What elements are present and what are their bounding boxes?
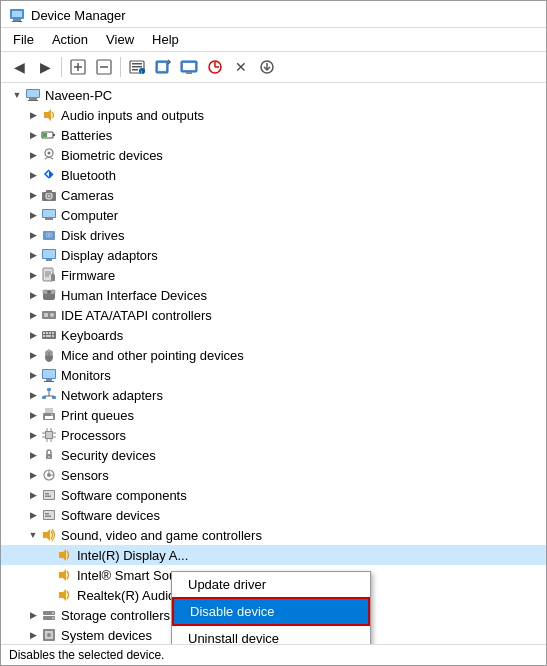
device-tree[interactable]: ▼ Naveen-PC ▶ Audio inputs and outpu: [1, 83, 546, 644]
svg-rect-111: [45, 516, 51, 518]
svg-marker-52: [51, 275, 55, 281]
svg-rect-106: [45, 493, 49, 495]
download-button[interactable]: [255, 55, 279, 79]
svg-rect-85: [45, 416, 53, 419]
expand-arrow: ▶: [25, 467, 41, 483]
expand-arrow: ▶: [25, 307, 41, 323]
display-icon: [41, 247, 57, 263]
list-item[interactable]: ▶ Print queues: [1, 405, 546, 425]
svg-rect-41: [45, 218, 53, 220]
software-dev-icon: [41, 507, 57, 523]
sound-child-icon2: [57, 567, 73, 583]
context-disable-device[interactable]: Disable device: [172, 597, 370, 626]
menu-file[interactable]: File: [5, 30, 42, 49]
svg-rect-77: [44, 381, 54, 382]
menu-view[interactable]: View: [98, 30, 142, 49]
svg-rect-67: [46, 335, 51, 337]
svg-rect-62: [43, 332, 45, 334]
item-label: Bluetooth: [59, 168, 546, 183]
intel-display-item[interactable]: Intel(R) Display A...: [1, 545, 546, 565]
item-label: Monitors: [59, 368, 546, 383]
list-item[interactable]: ▶ IDE ATA/ATAPI controllers: [1, 305, 546, 325]
expand-arrow: ▼: [25, 527, 41, 543]
item-label: Network adapters: [59, 388, 546, 403]
svg-rect-78: [47, 388, 51, 391]
item-label: Software devices: [59, 508, 546, 523]
hid-icon: [41, 287, 57, 303]
svg-rect-27: [29, 98, 37, 100]
svg-point-118: [52, 612, 54, 614]
item-label: Biometric devices: [59, 148, 546, 163]
svg-rect-110: [45, 513, 49, 515]
tree-root[interactable]: ▼ Naveen-PC: [1, 85, 546, 105]
security-item[interactable]: ▶ Security devices: [1, 445, 546, 465]
svg-rect-57: [47, 291, 51, 293]
list-item[interactable]: ▶ Batteries: [1, 125, 546, 145]
properties-button[interactable]: i: [125, 55, 149, 79]
list-item[interactable]: ▶ Processors: [1, 425, 546, 445]
keyboards-item[interactable]: ▶ Keyboards: [1, 325, 546, 345]
remove-button[interactable]: ✕: [229, 55, 253, 79]
svg-rect-46: [43, 250, 55, 258]
item-label: Sound, video and game controllers: [59, 528, 546, 543]
toolbar-separator-2: [120, 57, 121, 77]
list-item[interactable]: ▶ Audio inputs and outputs: [1, 105, 546, 125]
update-button[interactable]: [203, 55, 227, 79]
list-item[interactable]: ▶ Network adapters: [1, 385, 546, 405]
list-item[interactable]: ▶ Sensors: [1, 465, 546, 485]
forward-button[interactable]: ▶: [33, 55, 57, 79]
list-item[interactable]: ▶ Disk drives: [1, 225, 546, 245]
list-item[interactable]: ▶ Firmware: [1, 265, 546, 285]
software-devices-item[interactable]: ▶ Software devices: [1, 505, 546, 525]
svg-marker-114: [59, 569, 66, 581]
list-item[interactable]: ▶ Display adaptors: [1, 245, 546, 265]
svg-rect-107: [45, 496, 51, 498]
svg-rect-109: [44, 511, 54, 519]
list-item[interactable]: ▶ Monitors: [1, 365, 546, 385]
svg-marker-112: [43, 529, 50, 541]
menu-help[interactable]: Help: [144, 30, 187, 49]
root-label: Naveen-PC: [43, 88, 546, 103]
software-components-item[interactable]: ▶ Software components: [1, 485, 546, 505]
item-label: Display adaptors: [59, 248, 546, 263]
expand-arrow: ▶: [25, 607, 41, 623]
expand-arrow: ▶: [25, 167, 41, 183]
expand-arrow: ▶: [25, 227, 41, 243]
context-uninstall-device[interactable]: Uninstall device: [172, 626, 370, 644]
item-label: Print queues: [59, 408, 546, 423]
hid-item[interactable]: ▶ Human Interface Devices: [1, 285, 546, 305]
software-comp-icon: [41, 487, 57, 503]
back-button[interactable]: ◀: [7, 55, 31, 79]
bluetooth-item[interactable]: ▶ Bluetooth: [1, 165, 546, 185]
expand-arrow: ▶: [25, 147, 41, 163]
display-button[interactable]: [177, 55, 201, 79]
svg-rect-75: [43, 370, 55, 378]
computer-icon: [25, 87, 41, 103]
list-item[interactable]: ▶ Computer: [1, 205, 546, 225]
expand-arrow: ▶: [25, 407, 41, 423]
context-update-driver[interactable]: Update driver: [172, 572, 370, 597]
expand-arrow: ▶: [25, 107, 41, 123]
firmware-icon: [41, 267, 57, 283]
list-item[interactable]: ▶ Cameras: [1, 185, 546, 205]
svg-rect-59: [44, 313, 48, 317]
collapse-button[interactable]: [92, 55, 116, 79]
biometric-icon: [41, 147, 57, 163]
item-label: Firmware: [59, 268, 546, 283]
svg-rect-1: [12, 11, 22, 17]
scan-button[interactable]: [151, 55, 175, 79]
menu-action[interactable]: Action: [44, 30, 96, 49]
item-label: Intel(R) Display A...: [75, 548, 546, 563]
item-label: Security devices: [59, 448, 546, 463]
list-item[interactable]: ▶ Biometric devices: [1, 145, 546, 165]
expand-arrow: ▶: [25, 507, 41, 523]
svg-marker-29: [44, 109, 51, 121]
mice-item[interactable]: ▶ Mice and other pointing devices: [1, 345, 546, 365]
item-label: IDE ATA/ATAPI controllers: [59, 308, 546, 323]
expand-button[interactable]: [66, 55, 90, 79]
svg-rect-18: [183, 63, 195, 70]
computer-tree-icon: [41, 207, 57, 223]
svg-rect-3: [12, 21, 22, 22]
item-label: Human Interface Devices: [59, 288, 546, 303]
sound-item[interactable]: ▼ Sound, video and game controllers: [1, 525, 546, 545]
